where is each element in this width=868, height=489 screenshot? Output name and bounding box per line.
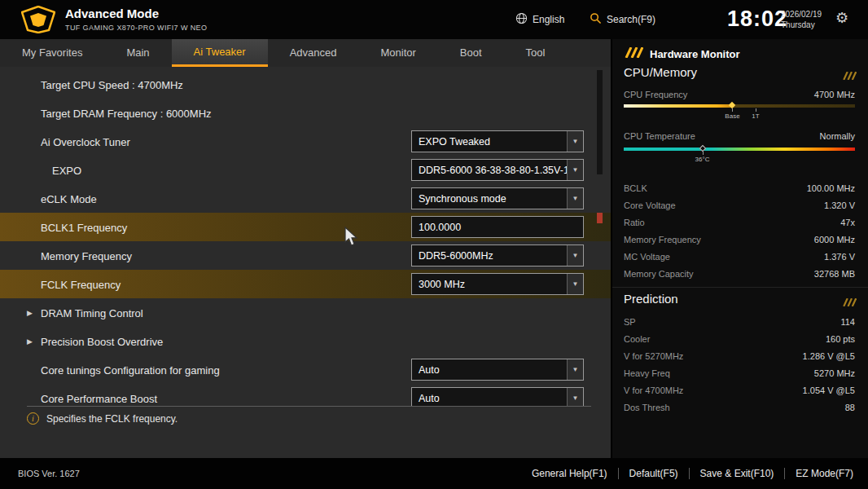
general-help-button[interactable]: General Help(F1) [532,468,607,479]
fclk-frequency-dropdown[interactable]: 3000 MHz ▼ [411,273,584,295]
search-icon [590,12,602,27]
frequency-marker-icon [729,102,735,108]
scrollbar-thumb[interactable] [597,70,603,174]
eclk-mode-dropdown[interactable]: Synchronous mode ▼ [411,187,584,209]
row-bclk1-frequency: BCLK1 Frequency 100.0000 [0,213,611,241]
1t-marker-label: 1T [752,112,759,120]
help-area: i Specifies the FCLK frequency. [27,412,178,425]
dropdown-value: DDR5-6000 36-38-38-80-1.35V-1 [412,160,567,180]
setting-label: Target CPU Speed : 4700MHz [41,78,183,90]
tab-tool[interactable]: Tool [504,39,568,67]
hatch-icon [624,46,643,61]
default-button[interactable]: Default(F5) [629,468,678,479]
core-tunings-dropdown[interactable]: Auto ▼ [411,359,584,381]
action-divider [689,468,690,479]
cpu-temperature-bar [624,148,855,151]
bottom-actions: General Help(F1) Default(F5) Save & Exit… [532,468,853,479]
bios-version: BIOS Ver. 1627 [18,469,80,478]
language-selector[interactable]: English [515,12,564,27]
memory-frequency-dropdown[interactable]: DDR5-6000MHz ▼ [411,244,584,267]
dropdown-value: DDR5-6000MHz [412,245,567,266]
setting-label: DRAM Timing Control [41,306,143,319]
cpu-frequency-label: CPU Frequency [624,90,687,99]
cpu-frequency-value: 4700 MHz [814,90,855,99]
bottom-bar: BIOS Ver. 1627 General Help(F1) Default(… [0,458,868,489]
tab-main[interactable]: Main [104,39,171,67]
tab-bar: My Favorites Main Ai Tweaker Advanced Mo… [0,39,611,67]
clock-time: 18:02 [727,7,787,32]
cpu-temperature-ticks: 36°C [624,152,855,165]
tab-ai-tweaker[interactable]: Ai Tweaker [172,39,268,67]
scrollbar[interactable] [597,70,603,404]
gear-icon[interactable]: ⚙ [835,9,848,27]
action-divider [618,468,619,479]
row-ai-overclock-tuner: Ai Overclock Tuner EXPO Tweaked ▼ [0,127,611,156]
tuf-logo-icon [21,6,55,37]
stat-row-dos-thresh: Dos Thresh 88 [624,399,855,416]
setting-label: Precision Boost Overdrive [41,335,163,347]
hardware-monitor-panel: Hardware Monitor CPU/Memory CPU Frequenc… [611,39,868,458]
cpu-memory-stats: BCLK 100.00 MHz Core Voltage 1.320 V Rat… [624,179,855,282]
stat-row-mc-voltage: MC Voltage 1.376 V [624,248,855,265]
chevron-down-icon: ▼ [567,274,583,294]
section-divider [612,287,868,288]
row-memory-frequency: Memory Frequency DDR5-6000MHz ▼ [0,241,611,270]
title-block: Advanced Mode TUF GAMING X870-PRO WIFI7 … [65,7,207,32]
hardware-monitor-header: Hardware Monitor [624,46,740,61]
prediction-heading: Prediction [624,292,678,306]
stat-row-memory-frequency: Memory Frequency 6000 MHz [624,231,855,248]
row-fclk-frequency: FCLK Frequency 3000 MHz ▼ [0,270,611,298]
chevron-down-icon: ▼ [567,359,583,380]
bclk1-frequency-input[interactable]: 100.0000 [411,216,584,238]
temperature-marker-label: 36°C [695,156,710,163]
core-performance-boost-dropdown[interactable]: Auto ▼ [411,387,584,406]
top-bar: Advanced Mode TUF GAMING X870-PRO WIFI7 … [0,0,868,39]
cpu-temperature-label: CPU Temperature [624,131,695,141]
ai-overclock-tuner-dropdown[interactable]: EXPO Tweaked ▼ [411,130,584,152]
tab-advanced[interactable]: Advanced [268,39,359,67]
dropdown-value: Synchronous mode [412,188,567,209]
setting-label: Memory Frequency [41,249,132,262]
language-label: English [533,14,564,25]
day-value: Thursday [781,20,822,30]
setting-label: EXPO [52,164,81,176]
expo-dropdown[interactable]: DDR5-6000 36-38-38-80-1.35V-1 ▼ [411,159,584,181]
clock-date: 2026/02/19 Thursday [781,9,822,30]
action-divider [784,468,785,479]
scrollbar-selection-marker [597,213,603,223]
tab-boot[interactable]: Boot [438,39,504,67]
cpu-memory-heading: CPU/Memory [624,65,697,79]
tab-monitor[interactable]: Monitor [359,39,438,67]
base-marker-label: Base [725,112,739,120]
row-expo: EXPO DDR5-6000 36-38-38-80-1.35V-1 ▼ [0,156,611,184]
chevron-down-icon: ▼ [567,245,583,266]
dropdown-value: 3000 MHz [412,274,567,294]
row-target-cpu-speed: Target CPU Speed : 4700MHz [0,70,611,99]
setting-label: Target DRAM Frequency : 6000MHz [41,107,212,119]
cpu-frequency-bar [624,104,855,108]
prediction-stats: SP 114 Cooler 160 pts V for 5270MHz 1.28… [624,313,855,416]
ez-mode-button[interactable]: EZ Mode(F7) [796,468,853,479]
help-text: Specifies the FCLK frequency. [46,413,178,425]
tab-my-favorites[interactable]: My Favorites [0,39,104,67]
dropdown-value: EXPO Tweaked [412,131,567,152]
stat-row-core-voltage: Core Voltage 1.320 V [624,196,855,214]
hatch-icon [842,295,857,310]
search-button[interactable]: Search(F9) [590,12,655,27]
input-value: 100.0000 [412,217,583,237]
setting-label: Core tunings Configuration for gaming [41,363,220,376]
row-eclk-mode: eCLK Mode Synchronous mode ▼ [0,184,611,213]
stat-row-bclk: BCLK 100.00 MHz [624,179,855,196]
expand-arrow-icon: ▶ [27,337,33,346]
save-exit-button[interactable]: Save & Exit(F10) [700,468,774,479]
row-dram-timing-control[interactable]: ▶ DRAM Timing Control [0,298,611,327]
temperature-marker-icon [699,145,705,152]
expand-arrow-icon: ▶ [27,309,33,317]
chevron-down-icon: ▼ [567,131,583,152]
search-label: Search(F9) [607,14,655,25]
globe-icon [515,12,528,27]
setting-label: Ai Overclock Tuner [41,135,130,148]
row-precision-boost-overdrive[interactable]: ▶ Precision Boost Overdrive [0,327,611,355]
chevron-down-icon: ▼ [567,188,583,209]
setting-label: FCLK Frequency [41,278,121,290]
